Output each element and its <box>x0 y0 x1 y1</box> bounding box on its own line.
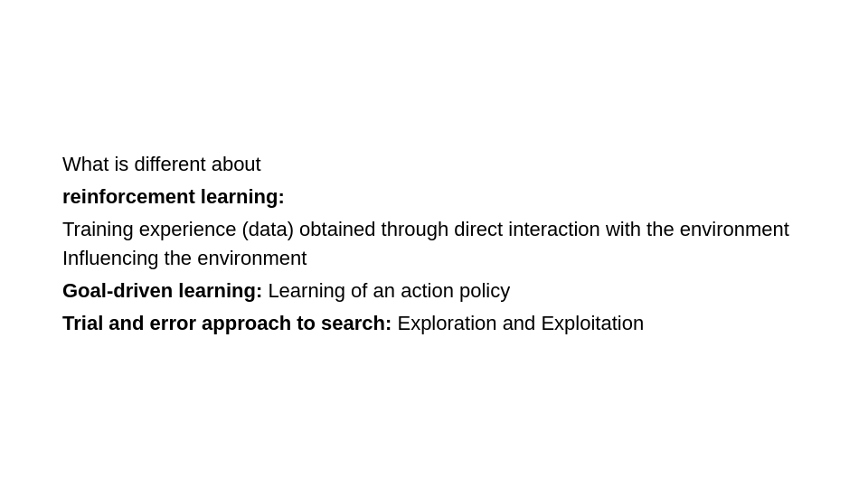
line-1: What is different about <box>62 150 806 179</box>
line-4: Goal-driven learning: Learning of an act… <box>62 277 806 305</box>
line-5: Trial and error approach to search: Expl… <box>62 309 806 338</box>
line-2: reinforcement learning: <box>62 183 806 211</box>
line-3: Training experience (data) obtained thro… <box>62 215 806 273</box>
content-block: What is different about reinforcement le… <box>62 150 806 337</box>
slide: What is different about reinforcement le… <box>0 0 868 488</box>
line-5-normal: Exploration and Exploitation <box>397 312 644 334</box>
line-3-text: Training experience (data) obtained thro… <box>62 218 789 269</box>
line-5-bold: Trial and error approach to search: <box>62 312 397 334</box>
line-4-bold: Goal-driven learning: <box>62 279 268 302</box>
line-2-text: reinforcement learning: <box>62 185 285 208</box>
line-1-text: What is different about <box>62 153 261 175</box>
line-4-normal: Learning of an action policy <box>268 279 510 302</box>
